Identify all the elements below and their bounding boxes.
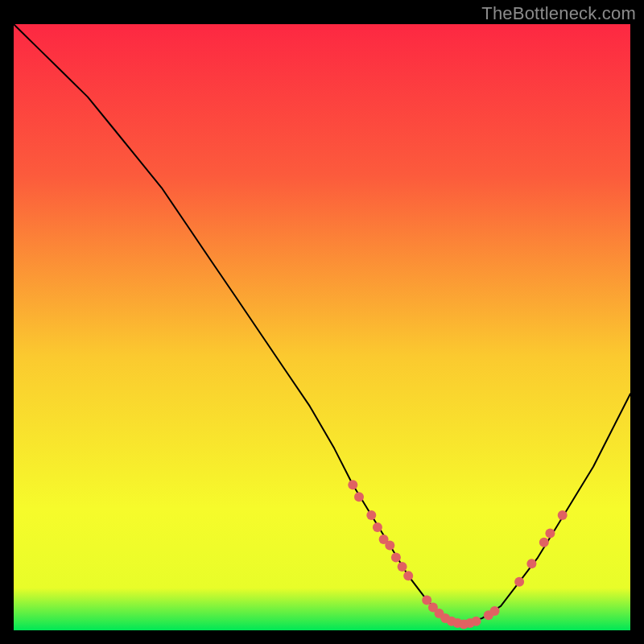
data-marker: [385, 541, 394, 551]
data-marker: [366, 510, 376, 520]
data-marker: [545, 529, 555, 539]
data-marker: [472, 617, 481, 626]
chart-svg: [14, 24, 630, 630]
chart-plot-area: [14, 24, 630, 630]
data-marker: [391, 553, 401, 563]
data-marker: [490, 606, 500, 616]
data-marker: [373, 522, 382, 532]
chart-frame: TheBottleneck.com: [0, 0, 644, 644]
data-marker: [526, 559, 536, 568]
data-marker: [348, 480, 357, 489]
data-marker: [539, 538, 549, 547]
watermark-text: TheBottleneck.com: [481, 3, 636, 24]
data-marker: [558, 510, 568, 520]
chart-background: [14, 24, 630, 630]
data-marker: [354, 492, 364, 502]
data-marker: [403, 571, 413, 580]
data-marker: [514, 577, 524, 587]
data-marker: [398, 562, 407, 572]
